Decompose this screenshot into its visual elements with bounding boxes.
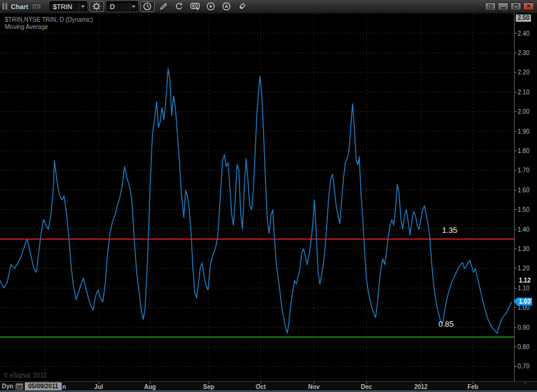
price-axis[interactable]: 2.50 2.402.302.202.102.001.901.801.701.6… bbox=[514, 13, 537, 381]
symbol-lookup-button[interactable] bbox=[90, 1, 104, 12]
symbol-combobox[interactable]: $TRIN bbox=[50, 1, 87, 11]
symbol-link-badge-icon[interactable] bbox=[32, 4, 41, 9]
play-circle-icon bbox=[206, 2, 215, 11]
replay-button[interactable] bbox=[204, 1, 218, 12]
price-tick-label: 0.90 bbox=[515, 324, 529, 331]
draw-tools-button[interactable] bbox=[157, 1, 171, 12]
price-tick-label: 2.30 bbox=[515, 49, 529, 56]
chart-study-overlay: Moving Average bbox=[5, 24, 48, 30]
price-tick-label: 1.80 bbox=[515, 147, 529, 154]
minimize-icon bbox=[501, 7, 506, 8]
month-label: Sep bbox=[203, 384, 214, 390]
minimize-button[interactable] bbox=[498, 2, 509, 10]
gear-icon bbox=[92, 2, 101, 11]
maximize-button[interactable] bbox=[510, 2, 521, 10]
a-circle-icon: A bbox=[222, 2, 231, 11]
close-icon: ✕ bbox=[526, 4, 531, 9]
chevron-down-icon[interactable] bbox=[129, 2, 137, 11]
price-tick-label: 0.80 bbox=[515, 343, 529, 350]
price-tick-label: 1.40 bbox=[515, 226, 529, 233]
time-template-button[interactable] bbox=[15, 383, 24, 390]
price-series-line bbox=[0, 68, 512, 333]
month-label: Nov bbox=[308, 384, 320, 390]
month-label: Dec bbox=[361, 384, 372, 390]
pencil-icon bbox=[159, 2, 168, 11]
time-interval-button[interactable] bbox=[140, 1, 155, 12]
chart-window: Chart $TRIN D bbox=[0, 0, 537, 392]
eraser-icon bbox=[238, 2, 247, 11]
maximize-icon bbox=[513, 4, 518, 8]
chart-plot-area[interactable]: $TRIN,NYSE TRIN, D (Dynamic) Moving Aver… bbox=[0, 13, 514, 381]
svg-text:EQ: EQ bbox=[192, 4, 198, 8]
alerts-button[interactable]: A bbox=[220, 1, 233, 12]
popout-icon bbox=[488, 4, 493, 8]
price-tick-label: 2.20 bbox=[515, 69, 529, 76]
price-line-label: 0.85 bbox=[438, 319, 454, 328]
calendar-icon bbox=[17, 385, 22, 386]
reload-button[interactable] bbox=[173, 1, 186, 12]
axis-top-label: 2.50 bbox=[516, 15, 531, 22]
last-price-badge: 1.03 bbox=[516, 298, 532, 305]
window-title: Chart bbox=[11, 3, 28, 10]
window-controls: ✕ bbox=[485, 2, 535, 10]
eq-bubble-icon: EQ bbox=[190, 2, 201, 11]
eraser-button[interactable] bbox=[236, 1, 249, 12]
eq-console-button[interactable]: EQ bbox=[189, 1, 202, 12]
window-grip-icon[interactable] bbox=[2, 3, 7, 10]
month-label: Jul bbox=[94, 384, 103, 390]
price-tick-label: 2.00 bbox=[515, 108, 529, 116]
close-button[interactable]: ✕ bbox=[523, 2, 534, 10]
price-tick-label: 1.10 bbox=[515, 284, 529, 292]
month-label: 2012 bbox=[414, 384, 428, 390]
copyright-text: © eSignal, 2012 bbox=[4, 372, 47, 379]
toolbar: Chart $TRIN D bbox=[0, 0, 537, 13]
popout-button[interactable] bbox=[485, 2, 496, 10]
circular-arrow-icon bbox=[175, 2, 184, 11]
clock-icon bbox=[143, 2, 152, 11]
price-tick-label: 1.50 bbox=[515, 206, 529, 214]
time-tick bbox=[525, 382, 526, 384]
price-tick-label: 1.70 bbox=[515, 167, 529, 174]
price-chart bbox=[0, 13, 514, 381]
price-tick-label: 2.10 bbox=[515, 88, 529, 96]
partial-month-label: n bbox=[62, 384, 66, 390]
time-tick bbox=[45, 382, 46, 384]
price-tick-label: 1.20 bbox=[515, 265, 529, 272]
dyn-mode-label[interactable]: Dyn bbox=[2, 383, 13, 390]
chart-title-overlay: $TRIN,NYSE TRIN, D (Dynamic) bbox=[5, 16, 93, 23]
interval-combobox[interactable]: D bbox=[106, 1, 138, 11]
start-date-field[interactable]: 05/09/2011 bbox=[25, 382, 62, 390]
month-label: Aug bbox=[144, 384, 155, 390]
symbol-value: $TRIN bbox=[53, 3, 79, 10]
price-line-label: 1.35 bbox=[442, 226, 457, 235]
price-tick-label: 2.40 bbox=[515, 30, 529, 37]
time-axis[interactable]: Dyn 05/09/2011 n JulAugSepOctNovDec2012F… bbox=[0, 381, 537, 392]
price-tick-label: 1.60 bbox=[515, 186, 529, 194]
svg-text:A: A bbox=[225, 4, 229, 9]
interval-value: D bbox=[110, 3, 129, 10]
month-label: Oct bbox=[256, 384, 266, 390]
price-tick-label: 0.70 bbox=[515, 363, 529, 370]
price-tick-label: 1.30 bbox=[515, 245, 529, 252]
moving-average-value-label: 1.12 bbox=[519, 277, 530, 284]
price-tick-label: 1.90 bbox=[515, 128, 529, 135]
chevron-down-icon[interactable] bbox=[79, 2, 86, 11]
month-label: Feb bbox=[467, 384, 478, 390]
